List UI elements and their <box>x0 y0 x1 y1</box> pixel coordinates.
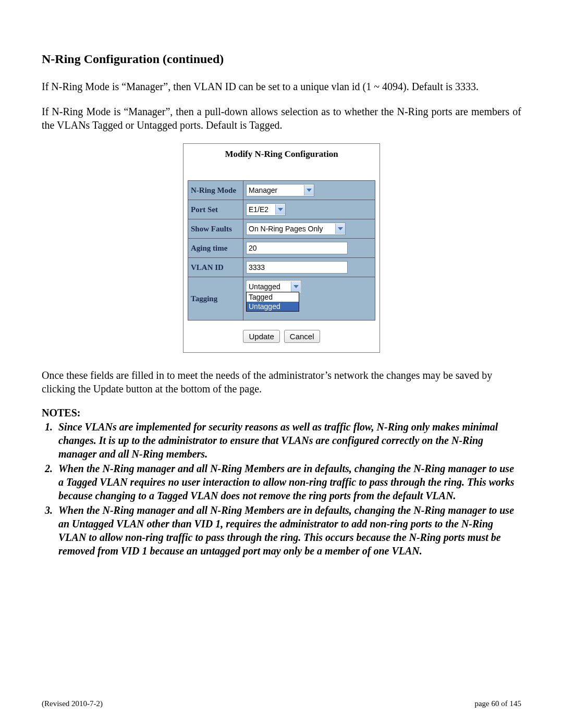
select-nring-mode-value: Manager <box>249 186 277 194</box>
chevron-down-icon[interactable] <box>304 185 314 195</box>
select-tagging-value: Untagged <box>249 282 280 291</box>
page-title: N-Ring Configuration (continued) <box>42 52 521 66</box>
note-item-2: When the N-Ring manager and all N-Ring M… <box>55 462 521 502</box>
label-port-set: Port Set <box>188 200 243 219</box>
paragraph-vlan-id: If N-Ring Mode is “Manager”, then VLAN I… <box>42 80 521 93</box>
select-port-set-value: E1/E2 <box>249 205 268 214</box>
config-panel: Modify N-Ring Configuration N-Ring Mode … <box>183 143 380 353</box>
dropdown-tagging-list: Tagged Untagged <box>246 292 299 312</box>
footer-page-number: page 60 of 145 <box>474 699 521 708</box>
chevron-down-icon[interactable] <box>335 224 345 234</box>
paragraph-tagging: If N-Ring Mode is “Manager”, then a pull… <box>42 105 521 132</box>
notes-heading: NOTES: <box>42 407 521 419</box>
notes-list: Since VLANs are implemented for security… <box>53 420 521 558</box>
dropdown-option-untagged[interactable]: Untagged <box>247 302 299 311</box>
cancel-button[interactable]: Cancel <box>284 330 320 343</box>
page-footer: (Revised 2010-7-2) page 60 of 145 <box>42 699 521 708</box>
select-nring-mode[interactable]: Manager <box>246 184 314 196</box>
panel-title: Modify N-Ring Configuration <box>188 149 375 159</box>
select-tagging[interactable]: Untagged <box>246 280 301 293</box>
chevron-down-icon[interactable] <box>275 204 285 215</box>
label-vlan-id: VLAN ID <box>188 258 243 277</box>
input-aging-time[interactable]: 20 <box>246 242 348 254</box>
label-aging-time: Aging time <box>188 239 243 258</box>
dropdown-option-tagged[interactable]: Tagged <box>247 292 299 302</box>
update-button[interactable]: Update <box>243 330 279 343</box>
paragraph-update-info: Once these fields are filled in to meet … <box>42 368 521 396</box>
note-item-3: When the N-Ring manager and all N-Ring M… <box>55 503 521 558</box>
select-port-set[interactable]: E1/E2 <box>246 203 286 216</box>
label-show-faults: Show Faults <box>188 219 243 239</box>
label-tagging: Tagging <box>188 277 243 320</box>
chevron-down-icon[interactable] <box>291 281 301 292</box>
select-show-faults[interactable]: On N-Ring Pages Only <box>246 223 346 235</box>
note-item-1: Since VLANs are implemented for security… <box>55 420 521 461</box>
footer-revised: (Revised 2010-7-2) <box>42 699 103 708</box>
input-vlan-id[interactable]: 3333 <box>246 261 348 274</box>
label-nring-mode: N-Ring Mode <box>188 181 243 200</box>
config-form: N-Ring Mode Manager Port Set E1/E2 <box>188 180 375 320</box>
select-show-faults-value: On N-Ring Pages Only <box>249 225 323 233</box>
